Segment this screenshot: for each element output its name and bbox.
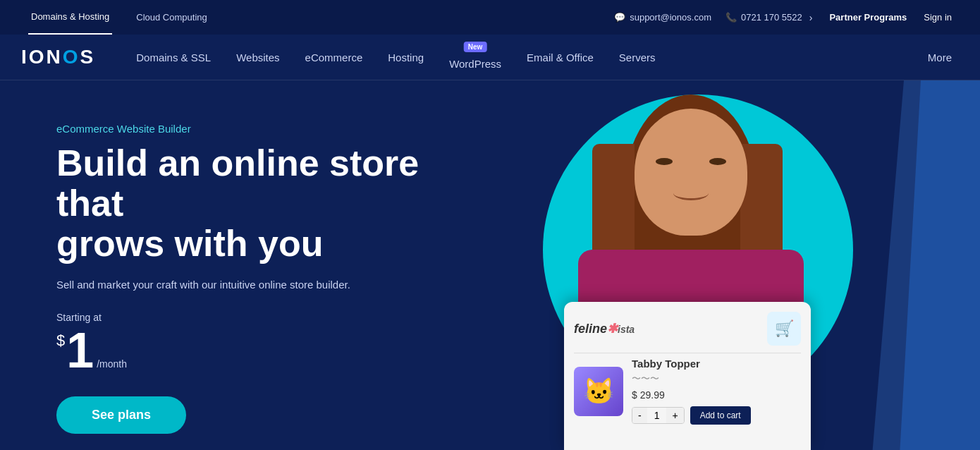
add-to-cart-button[interactable]: Add to cart bbox=[690, 406, 751, 425]
left-eye bbox=[656, 158, 673, 165]
phone-number: 0721 170 5522 bbox=[741, 12, 802, 23]
top-bar-right: 💬 support@ionos.com 📞 0721 170 5522 › Pa… bbox=[614, 12, 952, 23]
signin-link[interactable]: Sign in bbox=[924, 12, 952, 23]
hero-description: Sell and market your craft with our intu… bbox=[56, 279, 437, 291]
hero-section: eCommerce Website Builder Build an onlin… bbox=[0, 80, 980, 450]
smile bbox=[673, 186, 709, 200]
qty-control: - 1 + bbox=[632, 407, 685, 424]
card-brand-name: feline✱ista bbox=[574, 321, 635, 336]
qty-minus-button[interactable]: - bbox=[632, 408, 647, 423]
face bbox=[635, 109, 747, 236]
nav-ecommerce[interactable]: eCommerce bbox=[293, 35, 376, 80]
support-email: support@ionos.com bbox=[630, 12, 711, 23]
price-period: /month bbox=[97, 358, 127, 370]
phone-icon: 📞 bbox=[725, 12, 737, 23]
top-bar: Domains & Hosting Cloud Computing 💬 supp… bbox=[0, 0, 980, 35]
hero-subtitle: eCommerce Website Builder bbox=[56, 123, 437, 135]
partner-programs-link[interactable]: Partner Programs bbox=[829, 12, 907, 23]
top-bar-nav: Domains & Hosting Cloud Computing bbox=[28, 0, 210, 35]
qty-value: 1 bbox=[647, 408, 667, 423]
price-label: Starting at bbox=[56, 312, 437, 323]
nav-domains-ssl[interactable]: Domains & SSL bbox=[123, 35, 223, 80]
product-title: Tabby Topper bbox=[632, 358, 751, 370]
hero-content: eCommerce Website Builder Build an onlin… bbox=[56, 123, 437, 434]
card-actions: - 1 + Add to cart bbox=[632, 406, 751, 425]
support-icon: 💬 bbox=[614, 12, 625, 23]
product-price: $ 29.99 bbox=[632, 389, 751, 401]
product-image: 🐱 bbox=[574, 367, 623, 416]
hero-title: Build an online store that grows with yo… bbox=[56, 143, 437, 264]
right-eye bbox=[709, 158, 726, 165]
card-body: 🐱 Tabby Topper 〜〜〜 $ 29.99 - 1 + Add to … bbox=[574, 358, 801, 425]
hero-visual: feline✱ista 🛒 🐱 Tabby Topper 〜〜〜 $ 29.99… bbox=[486, 80, 980, 450]
see-plans-button[interactable]: See plans bbox=[56, 396, 186, 434]
main-nav: IONOS Domains & SSL Websites eCommerce H… bbox=[0, 35, 980, 80]
wavy-line: 〜〜〜 bbox=[632, 372, 751, 385]
more-menu[interactable]: More bbox=[921, 51, 959, 63]
nav-items: Domains & SSL Websites eCommerce Hosting… bbox=[123, 35, 921, 80]
logo[interactable]: IONOS bbox=[21, 46, 95, 68]
hero-price: $ 1 /month bbox=[56, 326, 437, 375]
product-card: feline✱ista 🛒 🐱 Tabby Topper 〜〜〜 $ 29.99… bbox=[564, 302, 811, 450]
card-header: feline✱ista 🛒 bbox=[574, 312, 801, 346]
new-badge: New bbox=[464, 42, 487, 52]
price-amount: 1 bbox=[66, 326, 94, 375]
nav-websites[interactable]: Websites bbox=[223, 35, 292, 80]
nav-servers[interactable]: Servers bbox=[606, 35, 668, 80]
card-details: Tabby Topper 〜〜〜 $ 29.99 - 1 + Add to ca… bbox=[632, 358, 751, 425]
chevron-icon: › bbox=[809, 12, 813, 23]
cart-icon-box: 🛒 bbox=[767, 312, 801, 346]
nav-email-office[interactable]: Email & Office bbox=[514, 35, 606, 80]
price-dollar: $ bbox=[56, 332, 65, 350]
qty-plus-button[interactable]: + bbox=[666, 408, 683, 423]
nav-hosting[interactable]: Hosting bbox=[375, 35, 436, 80]
top-nav-cloud[interactable]: Cloud Computing bbox=[133, 0, 209, 35]
contact-info: 💬 support@ionos.com 📞 0721 170 5522 › bbox=[614, 12, 812, 23]
cart-icon: 🛒 bbox=[775, 320, 794, 338]
support-email-item[interactable]: 💬 support@ionos.com bbox=[614, 12, 711, 23]
card-divider bbox=[574, 353, 801, 353]
top-nav-domains[interactable]: Domains & Hosting bbox=[28, 0, 112, 35]
phone-item[interactable]: 📞 0721 170 5522 › bbox=[725, 12, 812, 23]
nav-wordpress[interactable]: New WordPress bbox=[436, 35, 514, 80]
